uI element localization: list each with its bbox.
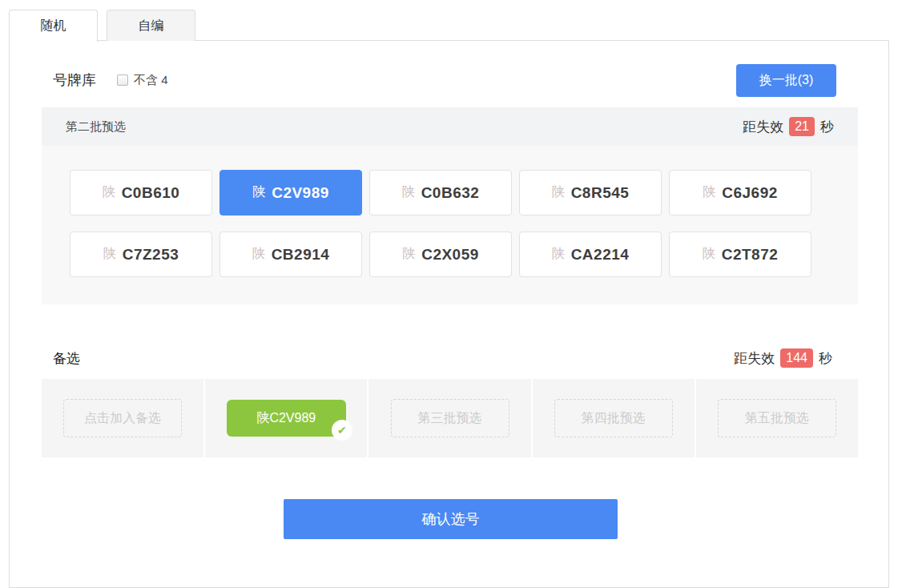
alt-slot-1[interactable]: 点击加入备选 — [42, 379, 205, 457]
plate-prefix: 陕 — [703, 246, 715, 263]
plate-card[interactable]: 陕 C2V989 — [219, 170, 362, 215]
batch-section: 第二批预选 距失效 21 秒 陕 C0B610 陕 C2V989 — [42, 107, 858, 304]
plate-card[interactable]: 陕 C0B632 — [369, 170, 512, 215]
refresh-batch-button[interactable]: 换一批(3) — [736, 64, 836, 97]
toolbar-row: 号牌库 不含 4 换一批(3) — [53, 62, 836, 98]
alt-slot-4[interactable]: 第四批预选 — [533, 379, 696, 457]
plate-card[interactable]: 陕 C8R545 — [519, 170, 662, 215]
plate-number: C2T872 — [722, 246, 779, 264]
alternatives-strip: 点击加入备选 陕C2V989 ✔ 第三批预选 第四批预选 第五批预选 — [42, 379, 858, 457]
plate-number: C6J692 — [722, 184, 778, 202]
add-to-alternatives-slot[interactable]: 点击加入备选 — [63, 399, 182, 437]
batch-5-placeholder-slot[interactable]: 第五批预选 — [718, 399, 836, 437]
tab-content-panel: 号牌库 不含 4 换一批(3) 第二批预选 距失效 21 秒 陕 — [9, 40, 889, 588]
plate-number: CB2914 — [272, 246, 330, 264]
plate-card[interactable]: 陕 C0B610 — [70, 170, 212, 215]
selected-alternative-label: 陕C2V989 — [256, 410, 316, 427]
batch-header: 第二批预选 距失效 21 秒 — [42, 107, 858, 146]
plate-prefix: 陕 — [402, 184, 415, 201]
plate-number: C8R545 — [571, 184, 630, 202]
plate-selection-page: 随机 自编 号牌库 不含 4 换一批(3) 第二批预选 距失效 21 秒 — [0, 0, 906, 588]
plate-card[interactable]: 陕 CA2214 — [519, 232, 662, 277]
countdown-unit: 秒 — [819, 349, 832, 368]
tab-custom[interactable]: 自编 — [107, 10, 195, 41]
plate-number: C2V989 — [272, 184, 329, 202]
alt-slot-5[interactable]: 第五批预选 — [696, 379, 858, 457]
plate-card[interactable]: 陕 CB2914 — [219, 232, 362, 277]
plate-card[interactable]: 陕 C2X059 — [369, 232, 512, 277]
exclude-4-label: 不含 4 — [134, 73, 168, 88]
batch-4-placeholder-slot[interactable]: 第四批预选 — [554, 399, 673, 437]
plate-number: C0B632 — [421, 184, 480, 202]
plate-prefix: 陕 — [552, 246, 565, 263]
selected-alternative-plate[interactable]: 陕C2V989 ✔ — [227, 400, 346, 437]
countdown-value-badge: 21 — [789, 117, 815, 136]
batch-body: 陕 C0B610 陕 C2V989 陕 C0B632 陕 C8R545 — [42, 146, 858, 304]
batch-expiry-countdown: 距失效 21 秒 — [743, 117, 834, 136]
plate-prefix: 陕 — [103, 184, 115, 201]
plate-card[interactable]: 陕 C2T872 — [669, 232, 811, 277]
plate-prefix: 陕 — [103, 246, 116, 263]
plate-number: C0B610 — [122, 184, 180, 202]
plate-number: C2X059 — [421, 246, 479, 264]
alternatives-title: 备选 — [53, 349, 80, 368]
countdown-label: 距失效 — [734, 349, 775, 368]
alt-slot-2[interactable]: 陕C2V989 ✔ — [205, 379, 368, 457]
alternatives-header: 备选 距失效 144 秒 — [53, 344, 832, 373]
plate-prefix: 陕 — [703, 184, 715, 201]
plate-card[interactable]: 陕 C6J692 — [669, 170, 811, 215]
countdown-value-badge: 144 — [780, 348, 813, 368]
check-icon: ✔ — [332, 420, 352, 441]
plate-library-label: 号牌库 — [53, 70, 96, 90]
plate-prefix: 陕 — [252, 246, 265, 263]
exclude-4-checkbox[interactable] — [117, 75, 128, 86]
countdown-label: 距失效 — [743, 118, 783, 136]
alt-slot-3[interactable]: 第三批预选 — [368, 379, 532, 457]
exclude-4-option[interactable]: 不含 4 — [117, 73, 168, 88]
plate-prefix: 陕 — [552, 184, 565, 201]
plate-card[interactable]: 陕 C7Z253 — [70, 232, 212, 277]
alternatives-expiry-countdown: 距失效 144 秒 — [734, 348, 832, 368]
batch-3-placeholder-slot[interactable]: 第三批预选 — [391, 399, 509, 437]
countdown-unit: 秒 — [820, 118, 834, 136]
plate-number: CA2214 — [571, 246, 630, 264]
plate-number: C7Z253 — [123, 246, 179, 264]
plate-grid: 陕 C0B610 陕 C2V989 陕 C0B632 陕 C8R545 — [70, 170, 819, 277]
confirm-selection-button[interactable]: 确认选号 — [284, 499, 618, 539]
tab-bar: 随机 自编 — [9, 10, 195, 42]
batch-title: 第二批预选 — [66, 119, 126, 135]
tab-random[interactable]: 随机 — [9, 10, 98, 42]
plate-prefix: 陕 — [252, 184, 265, 201]
plate-prefix: 陕 — [402, 246, 415, 263]
